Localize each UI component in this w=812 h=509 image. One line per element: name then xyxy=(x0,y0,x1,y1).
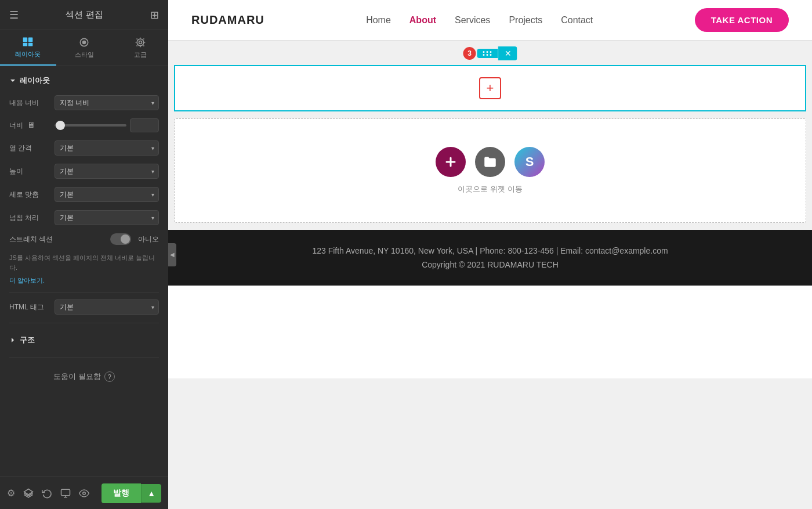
editor-area: 3 ✕ + xyxy=(168,41,812,509)
widget-add-icon[interactable] xyxy=(436,147,466,177)
bottom-icons: ⚙ xyxy=(7,488,89,499)
stretch-info: JS를 사용하여 섹션을 페이지의 전체 너비로 늘립니다. xyxy=(9,253,159,272)
svg-point-10 xyxy=(83,492,86,494)
tab-style[interactable]: 스타일 xyxy=(56,30,113,66)
collapse-toggle[interactable]: ◀ xyxy=(168,243,176,266)
responsive-icon[interactable] xyxy=(60,488,71,499)
widget-icons-row: S xyxy=(436,147,545,177)
publish-button[interactable]: 발행 xyxy=(102,483,141,503)
nav-links: Home About Services Projects Contact xyxy=(366,15,593,26)
overflow-label: 넘침 처리 xyxy=(9,213,50,223)
html-tag-label: HTML 태그 xyxy=(9,302,50,312)
main-content: RUDAMARU Home About Services Projects Co… xyxy=(168,0,812,509)
selected-section-wrapper: 3 ✕ + xyxy=(174,65,806,111)
site-footer: 123 Fifth Avenue, NY 10160, New York, US… xyxy=(168,230,812,286)
tab-layout[interactable]: 레이아웃 xyxy=(0,30,56,66)
content-width-label: 내용 너비 xyxy=(9,98,50,108)
help-circle-icon[interactable]: ? xyxy=(104,371,115,382)
width-row: 너비 🖥 xyxy=(9,118,159,132)
publish-btn-group: 발행 ▲ xyxy=(102,483,161,503)
hamburger-icon[interactable]: ☰ xyxy=(9,9,19,21)
section-toolbar: 3 ✕ xyxy=(463,46,517,60)
widget-drop-section: S 이곳으로 위젯 이동 xyxy=(174,118,806,223)
layers-svg xyxy=(23,488,34,499)
sidebar: ☰ 섹션 편집 ⊞ 레이아웃 스타일 고급 xyxy=(0,0,168,509)
html-tag-select[interactable]: 기본 xyxy=(55,299,159,315)
navbar: RUDAMARU Home About Services Projects Co… xyxy=(168,0,812,41)
column-gap-select-wrapper[interactable]: 기본 ▾ xyxy=(55,140,159,156)
svg-rect-1 xyxy=(28,38,33,42)
plus-icon xyxy=(444,155,458,169)
layout-section-header[interactable]: 레이아웃 xyxy=(9,75,159,86)
overflow-select[interactable]: 기본 xyxy=(55,210,159,225)
structure-section[interactable]: 구조 xyxy=(9,330,159,350)
content-width-select-wrapper[interactable]: 지정 너비 전체 너비 ▾ xyxy=(55,95,159,110)
height-select[interactable]: 기본 xyxy=(55,164,159,179)
sidebar-tabs: 레이아웃 스타일 고급 xyxy=(0,30,168,66)
divider-1 xyxy=(9,292,159,293)
sidebar-title: 섹션 편집 xyxy=(66,9,103,20)
divider-2 xyxy=(9,323,159,323)
sidebar-header: ☰ 섹션 편집 ⊞ xyxy=(0,0,168,30)
vertical-align-row: 세로 맞춤 기본 ▾ xyxy=(9,187,159,202)
widget-drop-label: 이곳으로 위젯 이동 xyxy=(458,184,522,194)
html-tag-select-wrapper[interactable]: 기본 ▾ xyxy=(55,299,159,315)
footer-copyright: Copyright © 2021 RUDAMARU TECH xyxy=(191,260,789,269)
history-icon[interactable] xyxy=(42,488,52,499)
toolbar-drag[interactable] xyxy=(477,49,498,58)
column-gap-select[interactable]: 기본 xyxy=(55,140,159,156)
vertical-align-select[interactable]: 기본 xyxy=(55,187,159,202)
toolbar-close-button[interactable]: ✕ xyxy=(498,46,517,60)
grid-icon[interactable]: ⊞ xyxy=(150,9,159,21)
nav-cta-button[interactable]: TAKE ACTION xyxy=(695,8,789,32)
settings-bottom-icon[interactable]: ⚙ xyxy=(7,488,15,499)
folder-icon xyxy=(483,154,498,169)
column-gap-row: 열 간격 기본 ▾ xyxy=(9,140,159,156)
add-section-button[interactable]: + xyxy=(479,77,501,99)
s-letter: S xyxy=(525,154,534,169)
history-svg xyxy=(42,488,52,499)
overflow-select-wrapper[interactable]: 기본 ▾ xyxy=(55,210,159,225)
nav-link-contact[interactable]: Contact xyxy=(561,15,593,26)
content-width-select[interactable]: 지정 너비 전체 너비 xyxy=(55,95,159,110)
svg-rect-7 xyxy=(61,489,70,496)
svg-rect-2 xyxy=(23,43,28,46)
publish-arrow-button[interactable]: ▲ xyxy=(141,484,161,503)
help-row: 도움이 필요함 ? xyxy=(9,364,159,389)
nav-link-services[interactable]: Services xyxy=(455,15,490,26)
stretch-toggle[interactable] xyxy=(110,233,131,245)
stretch-value: 아니오 xyxy=(138,234,159,244)
svg-point-4 xyxy=(82,41,86,45)
badge-3: 3 xyxy=(463,47,476,60)
widget-folder-icon[interactable] xyxy=(475,147,505,177)
html-tag-row: HTML 태그 기본 ▾ xyxy=(9,299,159,315)
width-label: 너비 🖥 xyxy=(9,120,50,131)
column-gap-label: 열 간격 xyxy=(9,143,50,153)
width-slider-thumb[interactable] xyxy=(56,121,65,130)
width-slider-track[interactable] xyxy=(55,124,126,127)
vertical-align-label: 세로 맞춤 xyxy=(9,190,50,200)
toggle-knob xyxy=(121,234,130,244)
sidebar-bottom: ⚙ xyxy=(0,476,168,509)
nav-link-projects[interactable]: Projects xyxy=(509,15,542,26)
widget-s-icon[interactable]: S xyxy=(514,147,545,177)
vertical-align-select-wrapper[interactable]: 기본 ▾ xyxy=(55,187,159,202)
eye-icon[interactable] xyxy=(79,488,89,499)
width-input[interactable] xyxy=(130,118,159,132)
stretch-link[interactable]: 더 알아보기. xyxy=(9,277,45,284)
settings-icon xyxy=(135,37,146,48)
nav-link-home[interactable]: Home xyxy=(366,15,391,26)
svg-rect-0 xyxy=(23,38,28,42)
tab-advanced[interactable]: 고급 xyxy=(112,30,168,66)
selected-section[interactable]: + xyxy=(174,65,806,111)
nav-link-about[interactable]: About xyxy=(409,15,436,26)
monitor-icon: 🖥 xyxy=(27,120,35,129)
chevron-down-icon xyxy=(9,77,16,84)
stretch-label: 스트레치 섹션 xyxy=(9,234,53,244)
layers-icon[interactable] xyxy=(23,488,34,499)
drag-dots-icon xyxy=(483,51,492,56)
help-label: 도움이 필요함 xyxy=(53,371,101,382)
style-icon xyxy=(78,37,90,48)
width-slider-wrapper xyxy=(55,118,159,132)
height-select-wrapper[interactable]: 기본 ▾ xyxy=(55,164,159,179)
